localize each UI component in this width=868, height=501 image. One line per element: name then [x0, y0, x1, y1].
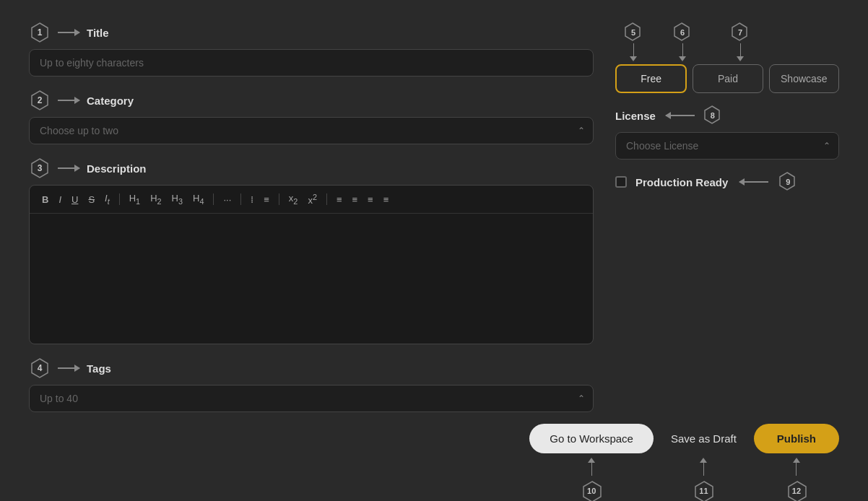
description-field-group: 3 Description B I U S It H1 H2 H3 H4 [29, 157, 594, 344]
h4-button[interactable]: H4 [189, 191, 207, 207]
license-label-row: License 8 [615, 105, 839, 126]
align-center-button[interactable]: ≡ [349, 193, 362, 206]
arrow-1 [58, 32, 79, 33]
badge-11: 11 [693, 480, 714, 501]
title-field-group: 1 Title [29, 22, 594, 77]
title-label-row: 1 Title [29, 22, 594, 43]
editor-toolbar: B I U S It H1 H2 H3 H4 ··· ⁞ ≡ x2 [30, 186, 593, 214]
align-justify-button[interactable]: ≡ [380, 193, 393, 206]
footer: Go to Workspace 10 Save as Draft 11 Publ… [29, 412, 839, 501]
pricing-buttons: Free Paid Showcase [615, 64, 839, 93]
title-label: Title [87, 27, 109, 39]
left-panel: 1 Title 2 Category Choos [29, 22, 594, 412]
arrow-3 [58, 167, 79, 169]
category-field-group: 2 Category Choose up to two ⌃ [29, 90, 594, 144]
publish-button[interactable]: Publish [754, 424, 839, 453]
badge-2: 2 [29, 90, 51, 111]
h3-button[interactable]: H3 [168, 191, 186, 207]
editor-content[interactable] [30, 214, 593, 344]
arrow-2 [58, 100, 79, 101]
align-left-button[interactable]: ≡ [333, 193, 346, 206]
arrow-8 [666, 115, 695, 116]
arrow-5 [630, 43, 637, 61]
toolbar-sep-3 [240, 193, 241, 205]
free-button[interactable]: Free [615, 64, 687, 93]
arrow-12 [793, 458, 800, 476]
category-select[interactable]: Choose up to two [29, 117, 594, 144]
strikethrough-button[interactable]: S [84, 193, 98, 206]
tags-label: Tags [87, 362, 111, 375]
category-label-row: 2 Category [29, 90, 594, 111]
license-label: License [615, 110, 656, 122]
italic2-button[interactable]: It [101, 191, 113, 207]
badge-7: 7 [729, 22, 751, 43]
badge-6: 6 [672, 22, 693, 43]
align-right-button[interactable]: ≡ [364, 193, 377, 206]
pricing-badge-row: 5 6 [615, 22, 839, 64]
tags-label-row: 4 Tags [29, 357, 594, 379]
h1-button[interactable]: H1 [126, 191, 144, 207]
description-label: Description [87, 162, 147, 175]
production-ready-row: Production Ready 9 [615, 171, 839, 193]
badge-1: 1 [29, 22, 51, 43]
production-ready-label: Production Ready [635, 176, 728, 188]
save-draft-button[interactable]: Save as Draft [665, 424, 742, 453]
showcase-badge-col: 7 [729, 22, 751, 61]
arrow-6 [679, 43, 686, 61]
arrow-9 [739, 181, 768, 183]
badge-12: 12 [786, 480, 807, 501]
license-chevron-icon: ⌃ [823, 141, 830, 151]
description-label-row: 3 Description [29, 157, 594, 179]
badge-5: 5 [622, 22, 644, 43]
title-input[interactable] [29, 49, 594, 77]
toolbar-sep-1 [119, 193, 120, 205]
more-button[interactable]: ··· [220, 193, 235, 206]
license-select-wrapper: Choose License ⌃ [615, 132, 839, 160]
arrow-10 [588, 458, 595, 476]
toolbar-sep-2 [213, 193, 214, 205]
license-select[interactable]: Choose License [615, 132, 839, 160]
tags-field-group: 4 Tags Up to 40 ⌃ [29, 357, 594, 412]
showcase-button[interactable]: Showcase [769, 64, 839, 93]
tags-input[interactable]: Up to 40 [29, 385, 594, 412]
arrow-11 [700, 458, 707, 476]
right-panel: 5 6 [615, 22, 839, 412]
superscript-button[interactable]: x2 [304, 191, 321, 207]
arrow-7 [737, 43, 744, 61]
free-badge-col: 5 [622, 22, 644, 61]
bullet-list-button[interactable]: ⁞ [247, 193, 257, 206]
tags-select-wrapper: Up to 40 ⌃ [29, 385, 594, 412]
paid-badge-col: 6 [672, 22, 693, 61]
license-section: License 8 Choose License ⌃ [615, 105, 839, 160]
arrow-4 [58, 367, 79, 369]
paid-button[interactable]: Paid [693, 64, 763, 93]
category-label: Category [87, 95, 134, 107]
workspace-btn-group: Go to Workspace 10 [529, 424, 654, 501]
ordered-list-button[interactable]: ≡ [260, 193, 273, 206]
bold-button[interactable]: B [38, 193, 52, 206]
publish-btn-group: Publish 12 [754, 424, 839, 501]
category-select-wrapper: Choose up to two ⌃ [29, 117, 594, 144]
h2-button[interactable]: H2 [147, 191, 165, 207]
draft-btn-group: Save as Draft 11 [665, 424, 742, 501]
badge-9: 9 [777, 171, 799, 193]
description-editor: B I U S It H1 H2 H3 H4 ··· ⁞ ≡ x2 [29, 185, 594, 344]
toolbar-sep-5 [326, 193, 327, 205]
italic-button[interactable]: I [55, 193, 65, 206]
badge-10: 10 [581, 480, 602, 501]
underline-button[interactable]: U [68, 193, 82, 206]
toolbar-sep-4 [279, 193, 279, 205]
production-ready-checkbox[interactable] [615, 176, 627, 188]
badge-8: 8 [702, 105, 724, 126]
workspace-button[interactable]: Go to Workspace [529, 424, 654, 453]
pricing-section: 5 6 [615, 22, 839, 93]
badge-4: 4 [29, 357, 51, 379]
badge-3: 3 [29, 157, 51, 179]
subscript-button[interactable]: x2 [285, 191, 302, 207]
